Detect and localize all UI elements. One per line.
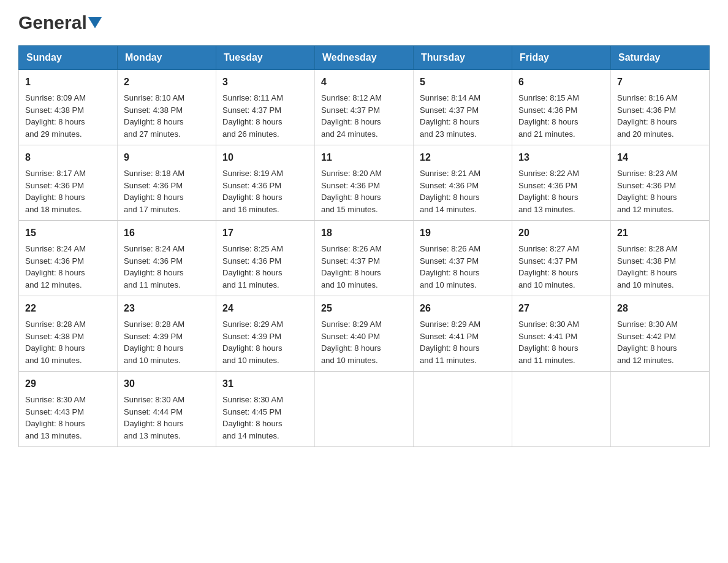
calendar-cell: 3 Sunrise: 8:11 AMSunset: 4:37 PMDayligh… — [216, 70, 315, 145]
day-info: Sunrise: 8:29 AMSunset: 4:40 PMDaylight:… — [321, 320, 382, 365]
calendar-cell: 9 Sunrise: 8:18 AMSunset: 4:36 PMDayligh… — [118, 145, 216, 221]
day-info: Sunrise: 8:24 AMSunset: 4:36 PMDaylight:… — [25, 244, 86, 289]
day-info: Sunrise: 8:30 AMSunset: 4:45 PMDaylight:… — [222, 395, 283, 440]
calendar-cell: 1 Sunrise: 8:09 AMSunset: 4:38 PMDayligh… — [19, 70, 118, 145]
calendar-cell: 11 Sunrise: 8:20 AMSunset: 4:36 PMDaylig… — [315, 145, 414, 221]
day-number: 24 — [222, 301, 308, 316]
day-info: Sunrise: 8:15 AMSunset: 4:36 PMDaylight:… — [518, 93, 579, 139]
day-info: Sunrise: 8:17 AMSunset: 4:36 PMDaylight:… — [25, 169, 86, 214]
day-number: 29 — [25, 377, 111, 391]
calendar-cell: 16 Sunrise: 8:24 AMSunset: 4:36 PMDaylig… — [118, 221, 216, 296]
logo-general-text: General — [18, 12, 87, 33]
calendar-cell: 31 Sunrise: 8:30 AMSunset: 4:45 PMDaylig… — [216, 372, 315, 447]
calendar-cell: 8 Sunrise: 8:17 AMSunset: 4:36 PMDayligh… — [19, 145, 118, 221]
day-number: 15 — [25, 226, 111, 240]
calendar-cell: 24 Sunrise: 8:29 AMSunset: 4:39 PMDaylig… — [216, 296, 315, 372]
day-info: Sunrise: 8:26 AMSunset: 4:37 PMDaylight:… — [321, 244, 382, 289]
day-info: Sunrise: 8:20 AMSunset: 4:36 PMDaylight:… — [321, 169, 382, 214]
day-info: Sunrise: 8:30 AMSunset: 4:43 PMDaylight:… — [25, 395, 86, 440]
calendar-cell — [315, 372, 414, 447]
day-number: 1 — [25, 75, 111, 90]
calendar-week-row: 15 Sunrise: 8:24 AMSunset: 4:36 PMDaylig… — [19, 221, 710, 296]
day-info: Sunrise: 8:18 AMSunset: 4:36 PMDaylight:… — [124, 169, 184, 214]
calendar-cell: 14 Sunrise: 8:23 AMSunset: 4:36 PMDaylig… — [611, 145, 710, 221]
calendar-cell: 2 Sunrise: 8:10 AMSunset: 4:38 PMDayligh… — [118, 70, 216, 145]
day-number: 17 — [222, 226, 308, 240]
day-number: 4 — [321, 75, 407, 90]
day-number: 22 — [25, 301, 111, 316]
col-header-thursday: Thursday — [414, 46, 512, 70]
calendar-table: SundayMondayTuesdayWednesdayThursdayFrid… — [18, 45, 710, 447]
day-info: Sunrise: 8:28 AMSunset: 4:38 PMDaylight:… — [617, 244, 678, 289]
day-info: Sunrise: 8:24 AMSunset: 4:36 PMDaylight:… — [124, 244, 184, 289]
day-info: Sunrise: 8:30 AMSunset: 4:41 PMDaylight:… — [518, 320, 579, 365]
calendar-cell: 5 Sunrise: 8:14 AMSunset: 4:37 PMDayligh… — [414, 70, 512, 145]
day-info: Sunrise: 8:25 AMSunset: 4:36 PMDaylight:… — [222, 244, 283, 289]
calendar-cell: 21 Sunrise: 8:28 AMSunset: 4:38 PMDaylig… — [611, 221, 710, 296]
day-info: Sunrise: 8:29 AMSunset: 4:41 PMDaylight:… — [420, 320, 480, 365]
day-number: 7 — [617, 75, 703, 90]
day-number: 19 — [420, 226, 506, 240]
col-header-sunday: Sunday — [19, 46, 118, 70]
col-header-saturday: Saturday — [611, 46, 710, 70]
logo-triangle-icon — [88, 17, 102, 28]
calendar-cell: 28 Sunrise: 8:30 AMSunset: 4:42 PMDaylig… — [611, 296, 710, 372]
day-info: Sunrise: 8:11 AMSunset: 4:37 PMDaylight:… — [222, 93, 283, 139]
day-info: Sunrise: 8:27 AMSunset: 4:37 PMDaylight:… — [518, 244, 579, 289]
day-number: 13 — [518, 150, 604, 165]
calendar-cell: 7 Sunrise: 8:16 AMSunset: 4:36 PMDayligh… — [611, 70, 710, 145]
day-info: Sunrise: 8:30 AMSunset: 4:42 PMDaylight:… — [617, 320, 678, 365]
day-number: 8 — [25, 150, 111, 165]
day-info: Sunrise: 8:28 AMSunset: 4:38 PMDaylight:… — [25, 320, 86, 365]
calendar-cell — [611, 372, 710, 447]
page-header: General — [18, 12, 710, 33]
calendar-cell: 19 Sunrise: 8:26 AMSunset: 4:37 PMDaylig… — [414, 221, 512, 296]
day-number: 6 — [518, 75, 604, 90]
day-number: 23 — [124, 301, 210, 316]
calendar-cell: 26 Sunrise: 8:29 AMSunset: 4:41 PMDaylig… — [414, 296, 512, 372]
calendar-cell: 17 Sunrise: 8:25 AMSunset: 4:36 PMDaylig… — [216, 221, 315, 296]
day-number: 25 — [321, 301, 407, 316]
day-info: Sunrise: 8:14 AMSunset: 4:37 PMDaylight:… — [420, 93, 480, 139]
day-number: 28 — [617, 301, 703, 316]
day-number: 12 — [420, 150, 506, 165]
col-header-wednesday: Wednesday — [315, 46, 414, 70]
day-info: Sunrise: 8:29 AMSunset: 4:39 PMDaylight:… — [222, 320, 283, 365]
day-info: Sunrise: 8:21 AMSunset: 4:36 PMDaylight:… — [420, 169, 480, 214]
calendar-cell: 13 Sunrise: 8:22 AMSunset: 4:36 PMDaylig… — [512, 145, 611, 221]
calendar-cell: 29 Sunrise: 8:30 AMSunset: 4:43 PMDaylig… — [19, 372, 118, 447]
calendar-cell: 15 Sunrise: 8:24 AMSunset: 4:36 PMDaylig… — [19, 221, 118, 296]
svg-marker-0 — [88, 17, 102, 28]
day-info: Sunrise: 8:12 AMSunset: 4:37 PMDaylight:… — [321, 93, 382, 139]
calendar-cell: 25 Sunrise: 8:29 AMSunset: 4:40 PMDaylig… — [315, 296, 414, 372]
day-info: Sunrise: 8:28 AMSunset: 4:39 PMDaylight:… — [124, 320, 184, 365]
day-number: 5 — [420, 75, 506, 90]
day-number: 21 — [617, 226, 703, 240]
day-number: 14 — [617, 150, 703, 165]
day-number: 18 — [321, 226, 407, 240]
col-header-friday: Friday — [512, 46, 611, 70]
calendar-cell: 12 Sunrise: 8:21 AMSunset: 4:36 PMDaylig… — [414, 145, 512, 221]
calendar-cell — [414, 372, 512, 447]
day-number: 16 — [124, 226, 210, 240]
day-info: Sunrise: 8:09 AMSunset: 4:38 PMDaylight:… — [25, 93, 86, 139]
calendar-header-row: SundayMondayTuesdayWednesdayThursdayFrid… — [19, 46, 710, 70]
calendar-week-row: 1 Sunrise: 8:09 AMSunset: 4:38 PMDayligh… — [19, 70, 710, 145]
col-header-tuesday: Tuesday — [216, 46, 315, 70]
calendar-cell: 6 Sunrise: 8:15 AMSunset: 4:36 PMDayligh… — [512, 70, 611, 145]
day-info: Sunrise: 8:16 AMSunset: 4:36 PMDaylight:… — [617, 93, 678, 139]
logo: General — [18, 12, 102, 33]
calendar-cell: 20 Sunrise: 8:27 AMSunset: 4:37 PMDaylig… — [512, 221, 611, 296]
day-number: 30 — [124, 377, 210, 391]
day-number: 20 — [518, 226, 604, 240]
day-number: 31 — [222, 377, 308, 391]
day-number: 9 — [124, 150, 210, 165]
calendar-week-row: 22 Sunrise: 8:28 AMSunset: 4:38 PMDaylig… — [19, 296, 710, 372]
day-info: Sunrise: 8:30 AMSunset: 4:44 PMDaylight:… — [124, 395, 184, 440]
day-number: 3 — [222, 75, 308, 90]
calendar-cell: 30 Sunrise: 8:30 AMSunset: 4:44 PMDaylig… — [118, 372, 216, 447]
calendar-week-row: 8 Sunrise: 8:17 AMSunset: 4:36 PMDayligh… — [19, 145, 710, 221]
day-number: 27 — [518, 301, 604, 316]
day-info: Sunrise: 8:23 AMSunset: 4:36 PMDaylight:… — [617, 169, 678, 214]
col-header-monday: Monday — [118, 46, 216, 70]
